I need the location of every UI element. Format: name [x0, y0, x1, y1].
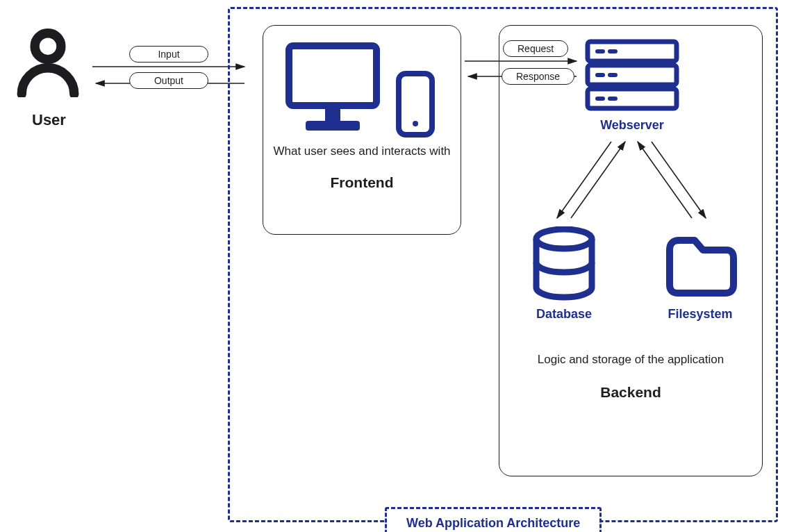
- label-response: Response: [502, 68, 574, 85]
- backend-desc: Logic and storage of the application: [499, 352, 762, 367]
- svg-line-20: [571, 142, 625, 218]
- svg-rect-3: [289, 46, 376, 106]
- mobile-icon: [395, 69, 436, 139]
- label-output: Output: [129, 72, 208, 89]
- svg-point-0: [35, 33, 61, 60]
- svg-line-21: [652, 142, 706, 218]
- label-request: Request: [503, 40, 568, 57]
- svg-point-7: [413, 121, 418, 126]
- svg-line-22: [638, 142, 692, 218]
- database-icon: [529, 226, 599, 303]
- svg-line-19: [557, 142, 611, 218]
- architecture-title: Web Application Architecture: [385, 507, 602, 532]
- filesystem-label: Filesystem: [658, 307, 742, 322]
- svg-rect-4: [325, 107, 340, 121]
- webserver-label: Webserver: [583, 118, 681, 133]
- database-label: Database: [522, 307, 606, 322]
- user-label: User: [32, 111, 66, 129]
- svg-rect-5: [306, 121, 360, 131]
- folder-icon: [663, 229, 739, 299]
- svg-point-23: [536, 229, 592, 249]
- webserver-icon: [583, 38, 681, 114]
- arrows-backend: [528, 136, 736, 226]
- backend-title: Backend: [499, 384, 762, 401]
- monitor-icon: [283, 40, 395, 138]
- user-icon: [17, 28, 79, 97]
- label-input: Input: [129, 46, 208, 63]
- frontend-desc: What user sees and interacts with: [263, 144, 461, 159]
- diagram-canvas: User Input Output Web Application Archit…: [0, 0, 787, 532]
- frontend-title: Frontend: [263, 174, 461, 191]
